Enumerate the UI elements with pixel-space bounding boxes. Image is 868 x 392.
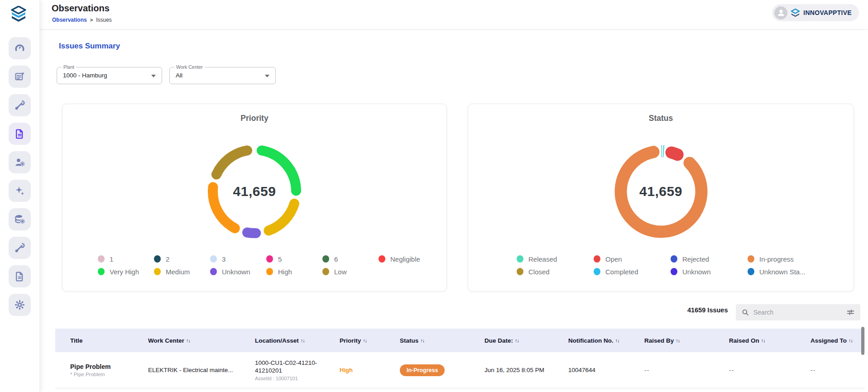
column-header-status[interactable]: Status↑↓: [400, 329, 484, 352]
donut-segment-medium[interactable]: [269, 204, 294, 231]
column-label: Notification No.: [568, 337, 614, 344]
legend-color-dot: [322, 268, 329, 275]
sidebar-item-observations[interactable]: [9, 123, 31, 145]
legend-item-unknown-sta-[interactable]: Unknown Sta...: [748, 268, 825, 276]
chevron-down-icon: [151, 75, 156, 77]
issue-subtitle: * Pipe Problem: [70, 372, 105, 377]
work-center-filter-select[interactable]: Work Center All: [169, 67, 276, 84]
innovapptive-logo-icon: [791, 8, 800, 18]
legend-item-open[interactable]: Open: [594, 255, 671, 263]
sort-icon[interactable]: ↑↓: [301, 338, 305, 343]
status-legend: ReleasedOpenRejectedIn-progressClosedCom…: [468, 253, 854, 278]
sidebar-item-settings[interactable]: [9, 294, 31, 316]
legend-color-dot: [322, 255, 329, 263]
sort-icon[interactable]: ↑↓: [186, 338, 190, 343]
sort-icon[interactable]: ↑↓: [676, 338, 680, 343]
legend-item-1[interactable]: 1: [98, 255, 154, 263]
breadcrumb: Observations > Issues: [52, 17, 112, 23]
status-chart-card: Status 41,659 ReleasedOpenRejectedIn-pro…: [468, 104, 854, 292]
sidebar-item-work-tools[interactable]: [9, 94, 31, 116]
issues-count: 41659 Issues: [687, 306, 728, 314]
donut-segment-unknown[interactable]: [247, 233, 256, 233]
legend-item-very-high[interactable]: Very High: [98, 268, 154, 276]
sort-icon[interactable]: ↑↓: [761, 338, 765, 343]
legend-item-negligible[interactable]: Negligible: [379, 255, 435, 263]
chevron-down-icon: [265, 75, 269, 77]
cell-raised_by: --: [644, 352, 729, 388]
legend-item-unknown[interactable]: Unknown: [671, 268, 748, 276]
sidebar-nav: [9, 37, 31, 322]
search-input[interactable]: [753, 309, 842, 316]
legend-item-closed[interactable]: Closed: [517, 268, 594, 276]
sidebar-item-dashboard[interactable]: [9, 37, 31, 59]
location-line: 41210201: [255, 367, 282, 374]
column-label: Work Center: [148, 337, 184, 344]
legend-row: 12356Negligible: [62, 253, 446, 265]
filter-tune-icon[interactable]: [846, 308, 855, 317]
legend-label: Negligible: [390, 255, 420, 263]
column-label: Status: [400, 337, 418, 344]
sidebar-item-data-management[interactable]: [9, 208, 31, 230]
legend-item-released[interactable]: Released: [517, 255, 594, 263]
sort-icon[interactable]: ↑↓: [515, 338, 519, 343]
legend-color-dot: [154, 268, 161, 275]
legend-item-medium[interactable]: Medium: [154, 268, 210, 276]
column-header-raised_on[interactable]: Raised On↑↓: [729, 329, 810, 352]
legend-item-5[interactable]: 5: [266, 255, 322, 263]
column-header-raised_by[interactable]: Raised By↑↓: [644, 329, 729, 352]
main-content: Issues Summary Plant 1000 - Hamburg Work…: [39, 29, 868, 392]
legend-item-high[interactable]: High: [266, 268, 322, 276]
legend-label: Released: [528, 255, 557, 263]
table-row[interactable]: Pipe Problem* Pipe ProblemELEKTRIK - Ele…: [55, 352, 865, 388]
vertical-scrollbar[interactable]: [861, 327, 864, 355]
sidebar-item-ai-assistant[interactable]: [9, 180, 31, 202]
column-label: Location/Asset: [255, 337, 299, 344]
column-header-due_date[interactable]: Due Date:↑↓: [484, 329, 568, 352]
sidebar-item-user-management[interactable]: [9, 151, 31, 173]
legend-color-dot: [594, 268, 600, 275]
issue-title: Pipe Problem: [70, 363, 110, 370]
company-logo-icon[interactable]: [10, 6, 27, 22]
breadcrumb-link-observations[interactable]: Observations: [52, 17, 87, 23]
sort-icon[interactable]: ↑↓: [615, 338, 619, 343]
legend-label: Closed: [528, 268, 550, 276]
legend-item-in-progress[interactable]: In-progress: [748, 255, 825, 263]
legend-item-6[interactable]: 6: [322, 255, 379, 263]
column-header-work_center[interactable]: Work Center↑↓: [148, 329, 255, 352]
column-header-priority[interactable]: Priority↑↓: [340, 329, 400, 352]
column-header-notification_no[interactable]: Notification No.↑↓: [568, 329, 644, 352]
column-header-assigned_to[interactable]: Assigned To↑↓: [810, 329, 865, 352]
legend-item-rejected[interactable]: Rejected: [671, 255, 748, 263]
legend-color-dot: [210, 255, 217, 263]
legend-label: 3: [222, 255, 225, 263]
top-header: Observations Observations > Issues INNOV…: [39, 0, 868, 29]
assigned-to-value: --: [810, 367, 815, 374]
plant-filter-select[interactable]: Plant 1000 - Hamburg: [57, 67, 162, 84]
sidebar-item-documents[interactable]: [9, 265, 31, 287]
cell-work_center: ELEKTRIK - Electrical mainte...: [148, 352, 255, 388]
sidebar-item-maintenance-tools[interactable]: [9, 237, 31, 259]
column-label: Priority: [340, 337, 361, 344]
sort-icon[interactable]: ↑↓: [363, 338, 367, 343]
account-pill[interactable]: INNOVAPPTIVE: [772, 4, 859, 21]
gear-icon: [14, 299, 25, 311]
legend-item-low[interactable]: Low: [322, 268, 379, 276]
sort-icon[interactable]: ↑↓: [849, 338, 853, 343]
breadcrumb-separator: >: [90, 17, 93, 23]
donut-segment-low[interactable]: [216, 150, 247, 174]
legend-item-unknown[interactable]: Unknown: [210, 268, 266, 276]
legend-label: Low: [334, 268, 347, 276]
sidebar-item-reports[interactable]: [9, 66, 31, 88]
breadcrumb-current-issues: Issues: [96, 17, 112, 23]
sort-icon[interactable]: ↑↓: [420, 338, 424, 343]
column-header-location_asset[interactable]: Location/Asset↑↓: [255, 329, 340, 352]
legend-label: Rejected: [682, 255, 709, 263]
legend-item-2[interactable]: 2: [154, 255, 210, 263]
legend-color-dot: [98, 255, 105, 263]
legend-item-completed[interactable]: Completed: [594, 268, 671, 276]
user-avatar[interactable]: [774, 6, 787, 19]
issues-summary-title: Issues Summary: [59, 42, 120, 51]
donut-segment-open[interactable]: [671, 153, 677, 155]
legend-color-dot: [594, 255, 600, 263]
legend-item-3[interactable]: 3: [210, 255, 266, 263]
